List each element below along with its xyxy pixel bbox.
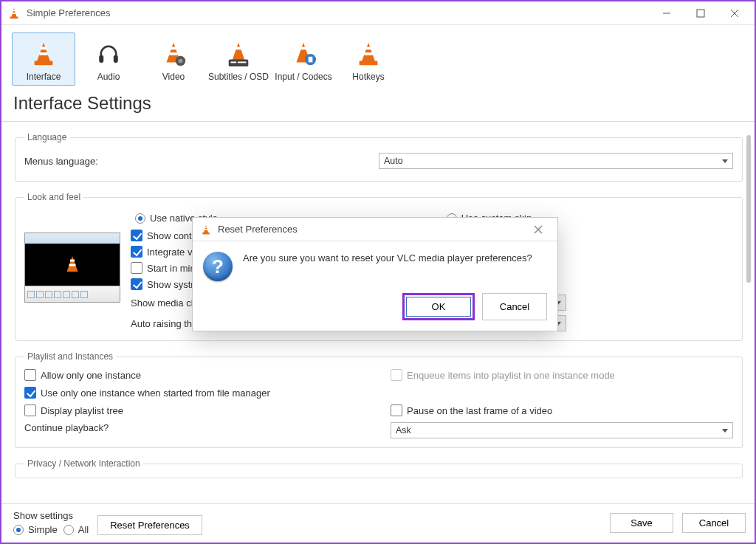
check-one-instance[interactable]: Allow only one instance xyxy=(24,369,383,381)
radio-label: All xyxy=(78,524,89,535)
category-interface[interactable]: Interface xyxy=(12,32,75,86)
vlc-cone-icon xyxy=(200,224,212,235)
check-label: Display playlist tree xyxy=(41,405,123,416)
select-value: Ask xyxy=(396,425,411,435)
group-playlist: Playlist and Instances Allow only one in… xyxy=(15,351,743,448)
check-label: Use only one instance when started from … xyxy=(41,388,270,399)
scrollbar-thumb[interactable] xyxy=(746,135,751,283)
check-label: Start in mir xyxy=(147,263,193,274)
preferences-window: Simple Preferences Interface Audio Video… xyxy=(0,0,756,544)
category-label: Interface xyxy=(27,72,61,82)
svg-marker-19 xyxy=(232,43,246,63)
svg-rect-25 xyxy=(300,47,306,50)
page-heading: Interface Settings xyxy=(1,89,755,122)
group-legend: Language xyxy=(24,132,69,142)
group-legend: Look and feel xyxy=(24,192,83,202)
svg-rect-34 xyxy=(69,264,76,266)
check-label: Show contr xyxy=(147,230,195,241)
group-language: Language Menus language: Auto xyxy=(15,132,743,182)
svg-rect-11 xyxy=(35,61,53,66)
cancel-button[interactable]: Cancel xyxy=(682,513,746,533)
svg-rect-15 xyxy=(171,47,176,50)
dialog-close-button[interactable] xyxy=(523,218,553,241)
category-label: Audio xyxy=(97,72,120,82)
group-legend: Privacy / Network Interaction xyxy=(24,458,143,469)
reset-preferences-button[interactable]: Reset Preferences xyxy=(97,515,202,535)
svg-rect-3 xyxy=(10,16,18,18)
check-label: Allow only one instance xyxy=(41,370,141,381)
dialog-title: Reset Preferences xyxy=(218,224,518,235)
svg-rect-27 xyxy=(309,57,313,63)
category-subtitles[interactable]: Subtitles / OSD xyxy=(207,32,270,86)
svg-marker-28 xyxy=(362,43,376,63)
svg-rect-22 xyxy=(231,61,237,63)
headphones-icon xyxy=(94,39,123,69)
maximize-button[interactable] xyxy=(684,2,718,24)
group-privacy: Privacy / Network Interaction xyxy=(15,458,743,478)
codec-icon xyxy=(289,39,318,69)
category-bar: Interface Audio Video Subtitles / OSD In… xyxy=(1,25,755,89)
dialog-ok-button[interactable]: OK xyxy=(406,297,471,317)
chevron-down-icon xyxy=(722,159,728,163)
svg-rect-12 xyxy=(99,55,103,63)
svg-rect-33 xyxy=(70,259,75,261)
video-reel-icon xyxy=(159,39,188,69)
chevron-down-icon xyxy=(722,429,728,433)
question-icon: ? xyxy=(203,252,233,281)
svg-rect-1 xyxy=(13,10,16,11)
radio-all[interactable]: All xyxy=(63,524,89,535)
ok-highlight: OK xyxy=(402,293,475,320)
svg-rect-36 xyxy=(205,227,207,228)
dialog-cancel-button[interactable]: Cancel xyxy=(482,293,547,320)
window-title: Simple Preferences xyxy=(27,7,110,18)
check-label: Pause on the last frame of a video xyxy=(407,405,552,416)
svg-rect-20 xyxy=(236,47,241,50)
vlc-cone-icon xyxy=(29,39,58,69)
menus-language-label: Menus language: xyxy=(24,156,379,167)
svg-rect-29 xyxy=(365,47,371,50)
category-codecs[interactable]: Input / Codecs xyxy=(272,32,335,86)
skin-preview xyxy=(24,233,120,303)
continue-playback-select[interactable]: Ask xyxy=(391,422,733,438)
group-legend: Playlist and Instances xyxy=(24,351,116,362)
svg-rect-30 xyxy=(364,52,372,55)
check-label: Enqueue items into playlist in one insta… xyxy=(407,370,615,381)
close-button[interactable] xyxy=(718,2,752,24)
dialog-titlebar: Reset Preferences xyxy=(193,218,557,241)
svg-rect-31 xyxy=(360,61,378,66)
check-label: Show systr xyxy=(147,279,194,290)
category-label: Input / Codecs xyxy=(275,72,331,82)
reset-dialog: Reset Preferences ? Are you sure you wan… xyxy=(192,217,558,331)
subtitles-icon xyxy=(224,39,253,69)
save-button[interactable]: Save xyxy=(610,513,673,533)
svg-rect-5 xyxy=(697,10,704,17)
svg-rect-10 xyxy=(39,52,47,55)
dialog-message: Are you sure you want to reset your VLC … xyxy=(243,252,532,281)
svg-rect-9 xyxy=(41,47,47,50)
category-label: Hotkeys xyxy=(352,72,384,82)
check-pause-last-frame[interactable]: Pause on the last frame of a video xyxy=(391,404,733,416)
menus-language-select[interactable]: Auto xyxy=(379,153,733,169)
select-value: Auto xyxy=(384,156,403,166)
check-file-manager[interactable]: Use only one instance when started from … xyxy=(24,387,733,399)
category-hotkeys[interactable]: Hotkeys xyxy=(337,32,400,86)
radio-label: Simple xyxy=(28,524,58,535)
minimize-button[interactable] xyxy=(650,2,684,24)
svg-rect-23 xyxy=(238,61,246,63)
svg-rect-2 xyxy=(12,13,16,14)
svg-rect-37 xyxy=(205,229,208,230)
svg-rect-13 xyxy=(114,55,118,63)
category-label: Subtitles / OSD xyxy=(208,72,269,82)
category-audio[interactable]: Audio xyxy=(77,32,140,86)
svg-rect-38 xyxy=(202,233,210,234)
show-settings-label: Show settings xyxy=(13,510,89,521)
check-display-tree[interactable]: Display playlist tree xyxy=(24,404,383,416)
category-video[interactable]: Video xyxy=(142,32,205,86)
continue-playback-label: Continue playback? xyxy=(24,422,383,438)
check-label: Integrate vi xyxy=(147,247,194,258)
svg-marker-8 xyxy=(37,43,51,63)
bottom-bar: Show settings Simple All Reset Preferenc… xyxy=(1,503,755,543)
hotkeys-icon xyxy=(354,39,383,69)
radio-simple[interactable]: Simple xyxy=(13,524,58,535)
check-enqueue: Enqueue items into playlist in one insta… xyxy=(391,369,733,381)
